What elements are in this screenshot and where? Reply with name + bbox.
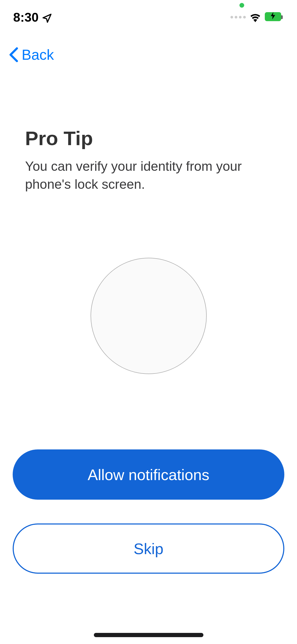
location-icon	[42, 12, 52, 22]
secondary-button-label: Skip	[134, 540, 163, 558]
home-indicator[interactable]	[94, 633, 203, 637]
status-time: 8:30	[13, 10, 39, 25]
status-bar: 8:30	[0, 0, 297, 34]
back-button[interactable]: Back	[8, 46, 54, 63]
allow-notifications-button[interactable]: Allow notifications	[13, 449, 284, 500]
camera-indicator-dot	[239, 3, 244, 8]
primary-button-label: Allow notifications	[88, 466, 209, 484]
content: Pro Tip You can verify your identity fro…	[25, 127, 272, 193]
status-left: 8:30	[13, 10, 52, 25]
skip-button[interactable]: Skip	[13, 523, 284, 574]
status-right	[230, 12, 284, 22]
illustration-placeholder	[91, 258, 207, 374]
cell-signal-icon	[230, 16, 246, 19]
page-title: Pro Tip	[25, 127, 272, 150]
chevron-left-icon	[8, 47, 21, 63]
battery-icon	[265, 12, 284, 22]
battery-charging-icon	[270, 12, 276, 21]
wifi-icon	[249, 12, 261, 22]
page-description: You can verify your identity from your p…	[25, 158, 272, 193]
back-label: Back	[22, 46, 54, 63]
